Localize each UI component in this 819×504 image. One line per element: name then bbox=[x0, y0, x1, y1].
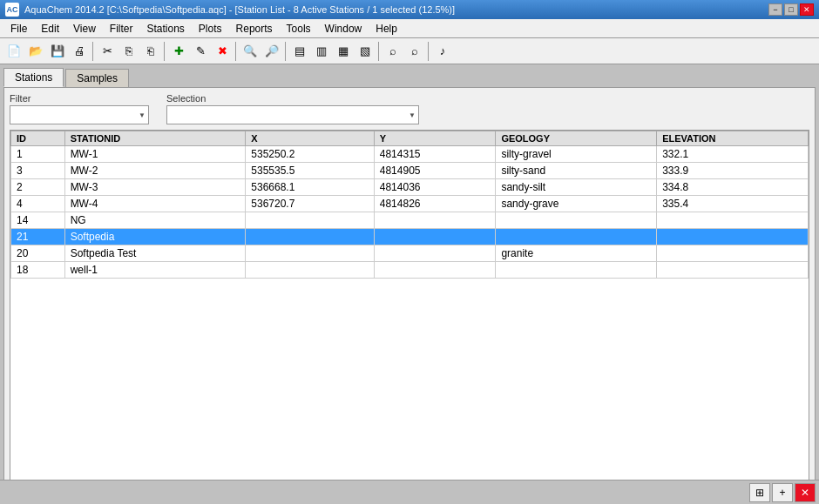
save-button[interactable]: 💾 bbox=[47, 41, 68, 62]
table-cell-x bbox=[246, 245, 374, 262]
table-cell-y bbox=[374, 262, 496, 279]
table-cell-stationid: well-1 bbox=[64, 262, 246, 279]
col-header-x: X bbox=[246, 131, 374, 146]
selection-group: Selection bbox=[166, 93, 419, 124]
cut-button[interactable]: ✂ bbox=[97, 41, 118, 62]
table-cell-geology: silty-sand bbox=[496, 163, 657, 179]
table-cell-x bbox=[246, 229, 374, 245]
table-cell-x: 536668.1 bbox=[246, 179, 374, 196]
main-area: StationsSamples Filter Selection bbox=[0, 64, 819, 504]
grid3-button[interactable]: ▦ bbox=[333, 41, 354, 62]
table-cell-stationid: Softpedia Test bbox=[64, 245, 246, 262]
delete-button[interactable]: ✖ bbox=[212, 41, 233, 62]
table-row[interactable]: 2MW-3536668.14814036sandy-silt334.8 bbox=[11, 179, 809, 196]
paste-button[interactable]: ⎗ bbox=[140, 41, 161, 62]
table-row[interactable]: 3MW-2535535.54814905silty-sand333.9 bbox=[11, 163, 809, 179]
table-cell-geology: silty-gravel bbox=[496, 146, 657, 163]
table-cell-y: 4814036 bbox=[374, 179, 496, 196]
table-cell-geology: granite bbox=[496, 245, 657, 262]
table-row[interactable]: 20Softpedia Testgranite bbox=[11, 245, 809, 262]
table-cell-id: 3 bbox=[11, 163, 65, 179]
table-cell-elevation: 332.1 bbox=[657, 146, 809, 163]
menu-item-plots[interactable]: Plots bbox=[192, 19, 229, 38]
table-cell-x: 535250.2 bbox=[246, 146, 374, 163]
sep3 bbox=[235, 42, 237, 61]
sep4 bbox=[285, 42, 287, 61]
minimize-button[interactable]: − bbox=[768, 3, 782, 16]
maximize-button[interactable]: □ bbox=[784, 3, 798, 16]
table-cell-id: 2 bbox=[11, 179, 65, 196]
menu-item-help[interactable]: Help bbox=[369, 19, 404, 38]
table-cell-geology: sandy-grave bbox=[496, 196, 657, 212]
selection-select-wrapper bbox=[166, 105, 419, 124]
sep2 bbox=[164, 42, 166, 61]
table-cell-y bbox=[374, 229, 496, 245]
search1-button[interactable]: ⌕ bbox=[382, 41, 403, 62]
table-cell-id: 1 bbox=[11, 146, 65, 163]
copy-button[interactable]: ⎘ bbox=[118, 41, 139, 62]
find-button[interactable]: 🔍 bbox=[240, 41, 261, 62]
menu-item-window[interactable]: Window bbox=[318, 19, 369, 38]
title-bar: AC AquaChem 2014.2 [C:\Softpedia\Softped… bbox=[0, 0, 819, 19]
table-cell-stationid: MW-1 bbox=[64, 146, 246, 163]
search2-button[interactable]: ⌕ bbox=[404, 41, 425, 62]
col-header-id: ID bbox=[11, 131, 65, 146]
print-button[interactable]: 🖨 bbox=[69, 41, 90, 62]
col-header-stationid: STATIONID bbox=[64, 131, 246, 146]
audio-button[interactable]: ♪ bbox=[432, 41, 453, 62]
grid2-button[interactable]: ▥ bbox=[311, 41, 332, 62]
tab-samples[interactable]: Samples bbox=[65, 69, 129, 87]
table-container: IDSTATIONIDXYGEOLOGYELEVATION 1MW-153525… bbox=[10, 130, 809, 494]
table-body: 1MW-1535250.24814315silty-gravel332.13MW… bbox=[11, 146, 809, 279]
table-cell-elevation bbox=[657, 212, 809, 229]
table-cell-elevation bbox=[657, 245, 809, 262]
table-cell-geology bbox=[496, 229, 657, 245]
table-row[interactable]: 1MW-1535250.24814315silty-gravel332.1 bbox=[11, 146, 809, 163]
table-cell-stationid: MW-3 bbox=[64, 179, 246, 196]
table-cell-id: 4 bbox=[11, 196, 65, 212]
table-row[interactable]: 18well-1 bbox=[11, 262, 809, 279]
table-row[interactable]: 14NG bbox=[11, 212, 809, 229]
title-controls[interactable]: − □ ✕ bbox=[768, 3, 814, 16]
table-cell-geology bbox=[496, 212, 657, 229]
close-button[interactable]: ✕ bbox=[800, 3, 814, 16]
col-header-y: Y bbox=[374, 131, 496, 146]
table-cell-elevation: 335.4 bbox=[657, 196, 809, 212]
table-cell-geology: sandy-silt bbox=[496, 179, 657, 196]
content-panel: Filter Selection IDSTATIONIDXYGEOLOGYELE… bbox=[3, 87, 816, 501]
col-header-elevation: ELEVATION bbox=[657, 131, 809, 146]
table-cell-elevation bbox=[657, 229, 809, 245]
menu-item-view[interactable]: View bbox=[66, 19, 103, 38]
table-cell-y bbox=[374, 212, 496, 229]
filter-row: Filter Selection bbox=[10, 93, 809, 124]
table-header-row: IDSTATIONIDXYGEOLOGYELEVATION bbox=[11, 131, 809, 146]
menu-item-stations[interactable]: Stations bbox=[140, 19, 192, 38]
add-station-button[interactable]: + bbox=[772, 483, 793, 502]
grid-view-button[interactable]: ⊞ bbox=[749, 483, 770, 502]
grid4-button[interactable]: ▧ bbox=[355, 41, 376, 62]
grid1-button[interactable]: ▤ bbox=[289, 41, 310, 62]
selection-label: Selection bbox=[166, 93, 419, 104]
menu-item-edit[interactable]: Edit bbox=[34, 19, 66, 38]
table-row[interactable]: 21Softpedia bbox=[11, 229, 809, 245]
add-button[interactable]: ✚ bbox=[168, 41, 189, 62]
filter-select[interactable] bbox=[10, 105, 149, 124]
new-button[interactable]: 📄 bbox=[3, 41, 24, 62]
tab-stations[interactable]: Stations bbox=[3, 68, 64, 87]
menu-item-reports[interactable]: Reports bbox=[229, 19, 280, 38]
table-cell-stationid: NG bbox=[64, 212, 246, 229]
table-cell-y: 4814826 bbox=[374, 196, 496, 212]
table-row[interactable]: 4MW-4536720.74814826sandy-grave335.4 bbox=[11, 196, 809, 212]
find2-button[interactable]: 🔎 bbox=[261, 41, 282, 62]
table-cell-x: 535535.5 bbox=[246, 163, 374, 179]
menu-item-filter[interactable]: Filter bbox=[103, 19, 140, 38]
edit-button[interactable]: ✎ bbox=[190, 41, 211, 62]
table-cell-id: 20 bbox=[11, 245, 65, 262]
table-cell-id: 14 bbox=[11, 212, 65, 229]
menu-item-file[interactable]: File bbox=[3, 19, 34, 38]
selection-select[interactable] bbox=[166, 105, 419, 124]
sep6 bbox=[428, 42, 430, 61]
menu-item-tools[interactable]: Tools bbox=[280, 19, 318, 38]
remove-station-button[interactable]: ✕ bbox=[795, 483, 816, 502]
open-button[interactable]: 📂 bbox=[25, 41, 46, 62]
